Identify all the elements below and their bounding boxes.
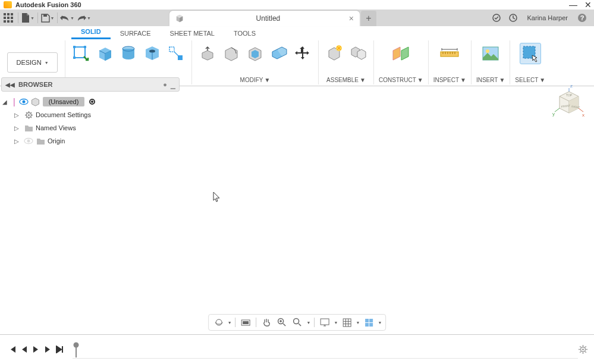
pan-button[interactable]: [260, 316, 274, 329]
timeline-end-button[interactable]: [54, 344, 65, 356]
username-label[interactable]: Karina Harper: [523, 14, 573, 21]
create-hole-button[interactable]: [142, 43, 163, 64]
browser-header[interactable]: ◀◀ BROWSER ● ⎯: [1, 77, 180, 92]
save-button[interactable]: ▼: [39, 10, 56, 26]
new-tab-button[interactable]: +: [361, 11, 376, 26]
tree-expand-icon[interactable]: ▷: [14, 138, 21, 145]
folder-icon: [24, 123, 33, 133]
combine-icon: [270, 45, 288, 62]
construct-plane-button[interactable]: [390, 43, 411, 64]
timeline-track[interactable]: [73, 341, 578, 359]
orbit-button[interactable]: [212, 316, 225, 329]
press-pull-button[interactable]: [197, 43, 218, 64]
measure-button[interactable]: [439, 43, 460, 64]
form-icon: [168, 45, 184, 62]
svg-rect-0: [4, 13, 6, 15]
new-component-button[interactable]: [323, 43, 345, 64]
viewcube[interactable]: z TOP FRONT RIGHT y x: [552, 83, 586, 120]
tree-item-origin[interactable]: ▷ Origin: [2, 134, 178, 148]
svg-rect-52: [369, 323, 373, 327]
browser-pin-icon[interactable]: ⎯: [171, 80, 175, 89]
tree-divider-icon: |: [13, 97, 15, 106]
data-panel-button[interactable]: [0, 10, 17, 26]
insert-button[interactable]: [480, 43, 501, 64]
create-form-button[interactable]: [165, 43, 187, 64]
select-icon: [521, 45, 539, 62]
display-settings-button[interactable]: [319, 316, 332, 329]
extensions-icon: [492, 13, 501, 23]
tab-solid[interactable]: SOLID: [71, 26, 111, 39]
zoom-window-button[interactable]: [291, 316, 304, 329]
tab-tools[interactable]: TOOLS: [224, 27, 265, 39]
visibility-off-icon[interactable]: [24, 136, 33, 146]
tree-item-named-views[interactable]: ▷ Named Views: [2, 121, 178, 134]
timeline-start-button[interactable]: [6, 344, 18, 356]
file-menu-button[interactable]: ▼: [20, 10, 36, 26]
look-at-button[interactable]: [240, 316, 253, 329]
document-cube-icon: [175, 14, 184, 23]
window-close-icon[interactable]: ✕: [584, 0, 592, 10]
shell-button[interactable]: [244, 43, 266, 64]
browser-dot-icon[interactable]: ●: [163, 81, 167, 88]
grid-settings-button[interactable]: [340, 316, 353, 329]
tree-root-label: (Unsaved): [43, 97, 85, 106]
undo-button[interactable]: ▼: [59, 10, 76, 26]
shell-icon: [246, 45, 264, 62]
tree-expand-icon[interactable]: ◢: [2, 99, 10, 105]
combine-button[interactable]: [268, 43, 290, 64]
viewport-button[interactable]: [362, 316, 375, 329]
svg-point-20: [149, 50, 155, 53]
tab-surface[interactable]: SURFACE: [111, 27, 161, 39]
box-icon: [96, 45, 114, 62]
tree-root[interactable]: ◢ | (Unsaved): [2, 95, 178, 108]
create-cylinder-button[interactable]: [118, 43, 139, 64]
browser-collapse-icon[interactable]: ◀◀: [5, 81, 15, 88]
gear-icon: [24, 110, 33, 120]
measure-icon: [439, 47, 460, 60]
tree-item-label: Origin: [48, 137, 65, 145]
job-status-button[interactable]: [506, 11, 520, 25]
timeline-playhead-icon[interactable]: [73, 342, 80, 359]
ribbon-group-construct: CONSTRUCT▼: [374, 40, 429, 84]
tree-item-document-settings[interactable]: ▷ Document Settings: [2, 108, 178, 121]
create-sketch-button[interactable]: [70, 43, 92, 64]
active-component-icon[interactable]: [89, 99, 95, 105]
timeline-play-button[interactable]: [30, 344, 42, 356]
joint-button[interactable]: [347, 43, 369, 64]
svg-rect-22: [178, 55, 183, 60]
move-button[interactable]: [292, 43, 313, 64]
help-button[interactable]: ?: [575, 11, 589, 25]
document-tab[interactable]: Untitled ×: [169, 11, 360, 26]
ribbon-group-label: CONSTRUCT: [379, 77, 416, 83]
svg-rect-9: [43, 14, 47, 17]
select-button[interactable]: [520, 43, 541, 64]
cylinder-icon: [120, 45, 137, 62]
svg-rect-51: [365, 323, 369, 327]
svg-rect-48: [343, 319, 351, 327]
ribbon-tabs: SOLID SURFACE SHEET METAL TOOLS: [0, 26, 594, 39]
svg-point-56: [582, 349, 584, 350]
press-pull-icon: [199, 45, 216, 62]
navigation-toolbar: ▼ ▼ ▼ ▼ ▼: [208, 314, 386, 331]
tree-expand-icon[interactable]: ▷: [14, 112, 21, 118]
redo-button[interactable]: ▼: [76, 10, 92, 26]
save-icon: [41, 14, 50, 23]
timeline-next-button[interactable]: [42, 344, 54, 356]
timeline-settings-button[interactable]: [578, 344, 588, 354]
extensions-button[interactable]: [489, 11, 504, 25]
create-box-button[interactable]: [94, 43, 115, 64]
svg-rect-6: [4, 20, 6, 23]
tree-expand-icon[interactable]: ▷: [14, 125, 21, 131]
visibility-icon[interactable]: [19, 97, 29, 106]
window-minimize-icon[interactable]: —: [569, 0, 577, 10]
fillet-button[interactable]: [221, 43, 242, 64]
svg-rect-3: [4, 17, 6, 19]
tree-item-label: Named Views: [36, 124, 76, 131]
browser-panel: ◀◀ BROWSER ● ⎯ ◢ | (Unsaved) ▷ Document: [1, 77, 180, 151]
zoom-button[interactable]: [276, 316, 289, 329]
svg-rect-50: [369, 319, 373, 322]
timeline-prev-button[interactable]: [18, 344, 30, 356]
sketch-icon: [72, 45, 90, 62]
tab-close-icon[interactable]: ×: [349, 14, 354, 23]
tab-sheet-metal[interactable]: SHEET METAL: [161, 27, 224, 39]
